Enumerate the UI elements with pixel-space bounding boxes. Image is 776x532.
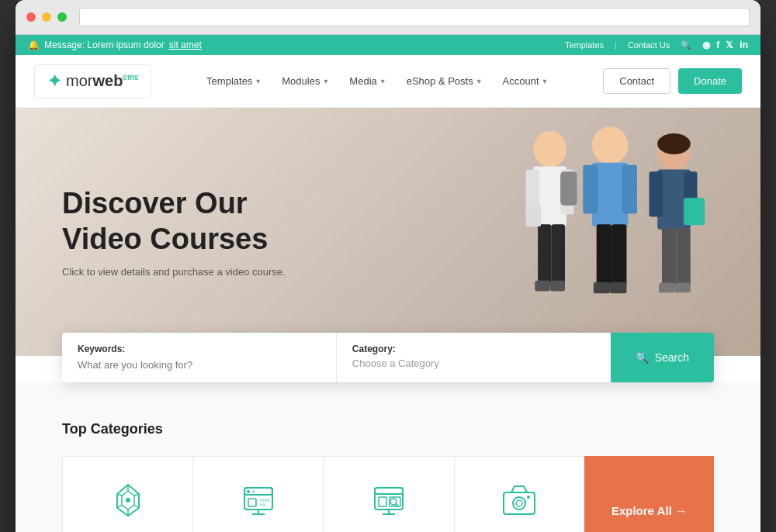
linkedin-icon[interactable]: in bbox=[740, 40, 748, 50]
svg-rect-6 bbox=[535, 281, 549, 292]
svg-point-57 bbox=[527, 496, 530, 499]
svg-point-56 bbox=[516, 500, 522, 506]
nav-account[interactable]: Account ▼ bbox=[494, 69, 558, 93]
category-card-photography[interactable]: Photography bbox=[454, 456, 584, 532]
hero-subtitle: Click to view details and purchase a vid… bbox=[62, 266, 286, 278]
donate-button[interactable]: Donate bbox=[678, 68, 742, 94]
svg-rect-9 bbox=[525, 206, 540, 226]
svg-point-27 bbox=[657, 133, 691, 154]
svg-rect-20 bbox=[649, 171, 662, 216]
svg-point-44 bbox=[247, 490, 250, 493]
search-button[interactable]: 🔍 Search bbox=[611, 333, 714, 382]
facebook-icon[interactable]: f bbox=[716, 40, 719, 50]
keywords-input[interactable] bbox=[78, 359, 320, 371]
search-bar: Keywords: Category: Choose a Category De… bbox=[62, 333, 714, 382]
svg-rect-41 bbox=[260, 503, 266, 506]
nav-templates[interactable]: Templates ▼ bbox=[197, 69, 271, 93]
logo-icon: ✦ bbox=[47, 71, 61, 92]
category-select[interactable]: Choose a Category Design Development Mar… bbox=[352, 358, 595, 369]
twitter-icon[interactable]: 𝕏 bbox=[726, 40, 733, 50]
svg-rect-15 bbox=[611, 224, 626, 285]
nav-arrow: ▼ bbox=[542, 78, 549, 85]
browser-close-dot[interactable] bbox=[26, 12, 36, 22]
main-nav: Templates ▼ Modules ▼ Media ▼ eShop & Po… bbox=[197, 69, 557, 93]
photography-icon bbox=[499, 480, 539, 520]
nav-arrow: ▼ bbox=[255, 78, 262, 85]
browser-chrome bbox=[16, 0, 760, 35]
students-illustration bbox=[445, 108, 746, 348]
contact-button[interactable]: Contact bbox=[603, 68, 670, 94]
nav-arrow: ▼ bbox=[379, 78, 386, 85]
svg-rect-39 bbox=[248, 499, 256, 506]
categories-grid: Design Develo bbox=[62, 456, 714, 532]
svg-rect-13 bbox=[622, 165, 636, 214]
svg-rect-54 bbox=[504, 492, 535, 514]
marketing-icon bbox=[369, 480, 409, 520]
social-icons: ◉ f 𝕏 in bbox=[702, 40, 748, 50]
svg-rect-25 bbox=[674, 283, 690, 293]
hero-content: Discover Our Video Courses Click to view… bbox=[62, 186, 286, 278]
hero-image bbox=[351, 108, 760, 356]
nav-modules[interactable]: Modules ▼ bbox=[272, 69, 338, 93]
hero-title: Discover Our Video Courses bbox=[62, 186, 286, 257]
svg-rect-40 bbox=[260, 499, 270, 502]
search-button-label: Search bbox=[655, 351, 689, 364]
design-icon bbox=[108, 480, 148, 520]
svg-rect-23 bbox=[676, 228, 690, 287]
svg-rect-17 bbox=[610, 282, 626, 294]
section-title: Top Categories bbox=[62, 421, 714, 437]
separator: | bbox=[615, 40, 617, 50]
svg-rect-12 bbox=[583, 165, 598, 214]
svg-point-10 bbox=[591, 126, 628, 164]
category-card-marketing[interactable]: Marketing bbox=[323, 456, 453, 532]
explore-label: Explore All → bbox=[611, 504, 687, 517]
svg-rect-24 bbox=[659, 283, 674, 293]
header: ✦ morwebcms Templates ▼ Modules ▼ Media … bbox=[16, 55, 760, 108]
keywords-field: Keywords: bbox=[62, 333, 337, 382]
header-buttons: Contact Donate bbox=[603, 68, 742, 94]
svg-rect-16 bbox=[593, 282, 609, 294]
announcement-message: Message: Lorem ipsum dolor bbox=[44, 40, 165, 50]
instagram-icon[interactable]: ◉ bbox=[702, 40, 710, 50]
hero-section: Discover Our Video Courses Click to view… bbox=[16, 108, 760, 356]
nav-eshop[interactable]: eShop & Posts ▼ bbox=[397, 69, 492, 93]
keywords-label: Keywords: bbox=[78, 344, 320, 354]
category-label: Category: bbox=[352, 344, 595, 354]
browser-minimize-dot[interactable] bbox=[42, 12, 51, 22]
svg-point-0 bbox=[533, 131, 566, 168]
category-card-development[interactable]: Development bbox=[192, 456, 323, 532]
svg-rect-22 bbox=[661, 228, 675, 287]
announcement-link[interactable]: sit amet bbox=[169, 40, 202, 50]
category-card-design[interactable]: Design bbox=[62, 456, 192, 532]
explore-all-card[interactable]: Explore All → bbox=[584, 456, 714, 532]
announcement-right: Templates | Contact Us 🔍 ◉ f 𝕏 in bbox=[565, 40, 748, 50]
nav-media[interactable]: Media ▼ bbox=[340, 69, 395, 93]
nav-arrow: ▼ bbox=[476, 78, 483, 85]
svg-rect-7 bbox=[549, 281, 564, 292]
development-icon bbox=[238, 480, 279, 520]
svg-point-30 bbox=[126, 498, 130, 503]
category-field: Category: Choose a Category Design Devel… bbox=[337, 333, 611, 382]
svg-rect-14 bbox=[596, 224, 611, 285]
announcement-bar: 🔔 Message: Lorem ipsum dolor sit amet Te… bbox=[16, 35, 760, 55]
nav-arrow: ▼ bbox=[322, 78, 329, 85]
search-icon-top[interactable]: 🔍 bbox=[681, 40, 691, 50]
categories-section: Top Categories bbox=[16, 382, 760, 532]
svg-rect-4 bbox=[538, 224, 551, 285]
contact-us-link[interactable]: Contact Us bbox=[628, 40, 670, 50]
about-us-link[interactable]: Templates bbox=[565, 40, 604, 50]
bell-icon: 🔔 bbox=[28, 40, 40, 50]
svg-rect-48 bbox=[379, 497, 386, 506]
logo-text: morwebcms bbox=[66, 72, 138, 90]
browser-url-bar[interactable] bbox=[79, 8, 750, 26]
browser-window: 🔔 Message: Lorem ipsum dolor sit amet Te… bbox=[16, 0, 760, 532]
svg-point-55 bbox=[513, 497, 525, 510]
browser-maximize-dot[interactable] bbox=[57, 12, 67, 22]
svg-rect-47 bbox=[375, 488, 403, 494]
announcement-left: 🔔 Message: Lorem ipsum dolor sit amet bbox=[28, 40, 202, 50]
logo[interactable]: ✦ morwebcms bbox=[34, 64, 151, 98]
svg-rect-8 bbox=[560, 171, 577, 206]
search-magnifier-icon: 🔍 bbox=[636, 351, 649, 364]
svg-rect-5 bbox=[551, 224, 564, 285]
svg-point-45 bbox=[252, 490, 255, 493]
